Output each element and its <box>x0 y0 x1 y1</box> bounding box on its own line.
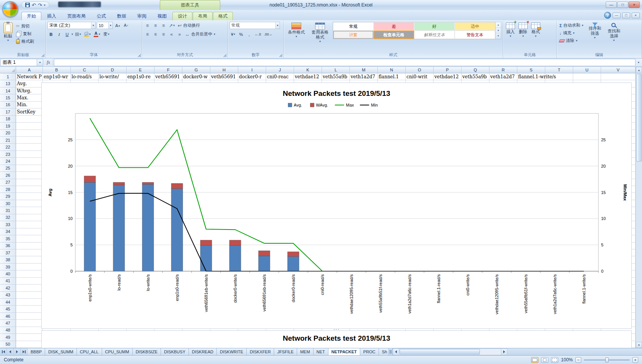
row-header-31[interactable]: 31 <box>0 207 16 214</box>
row-header-29[interactable]: 29 <box>0 193 16 200</box>
row-header-36[interactable]: 36 <box>0 243 16 249</box>
cell-style-适中[interactable]: 适中 <box>455 22 495 31</box>
zoom-slider-thumb[interactable] <box>605 358 609 362</box>
cell-D1[interactable]: lo-write/ <box>99 73 127 80</box>
cell-O1[interactable]: cni0-writ <box>406 73 434 80</box>
vertical-scrollbar[interactable]: ▲ ▼ <box>635 67 642 348</box>
workbook-close-button[interactable]: × <box>632 13 640 18</box>
page-break-view-button[interactable] <box>551 357 558 363</box>
column-header-U[interactable]: U <box>573 67 601 73</box>
ribbon-tab-公式[interactable]: 公式 <box>91 12 111 20</box>
copy-button[interactable]: 复制 <box>15 30 35 37</box>
align-center-button[interactable]: ≡ <box>152 31 159 38</box>
legend-bar-swatch[interactable] <box>288 103 292 107</box>
sheet-tab-NETPACKET[interactable]: NETPACKET <box>328 348 360 355</box>
cell-A19[interactable] <box>16 123 43 129</box>
wavg-bar[interactable] <box>200 240 212 246</box>
horizontal-scrollbar[interactable] <box>393 348 507 355</box>
column-header-F[interactable]: F <box>154 67 182 73</box>
bottom-align-button[interactable]: ≡ <box>160 22 167 29</box>
cell-A16[interactable]: Min. <box>16 102 43 108</box>
cell-E1[interactable]: enp1s0-re <box>127 73 154 80</box>
cell-F1[interactable]: veth65691 <box>154 73 182 80</box>
legend-bar-swatch[interactable] <box>310 103 314 107</box>
cell-A34[interactable] <box>16 228 43 235</box>
next-sheet-button[interactable] <box>14 348 21 355</box>
gallery-up-icon[interactable]: ▲ <box>496 22 501 28</box>
undo-icon[interactable]: ↶ <box>32 3 36 8</box>
column-header-V[interactable]: V <box>601 67 635 73</box>
ribbon-tab-插入[interactable]: 插入 <box>42 12 62 20</box>
decrease-font-button[interactable]: A▿ <box>122 22 130 29</box>
row-header-39[interactable]: 39 <box>0 264 16 270</box>
cell-P1[interactable]: vethdae12 <box>434 73 462 80</box>
fill-color-button[interactable]: ▾ <box>83 31 92 38</box>
zoom-level[interactable]: 100% <box>561 357 573 362</box>
conditional-formatting-button[interactable]: 条件格式 ▾ <box>285 22 307 39</box>
clipboard-dialog-launcher[interactable] <box>41 54 44 57</box>
currency-format-button[interactable]: ¥▾ <box>229 31 237 38</box>
tab-split-handle[interactable] <box>389 348 393 355</box>
cell-K1[interactable]: vethdae12 <box>294 73 322 80</box>
column-header-O[interactable]: O <box>406 67 434 73</box>
middle-align-button[interactable]: ≡ <box>152 22 159 29</box>
increase-font-button[interactable]: A▴ <box>114 22 121 29</box>
column-header-M[interactable]: M <box>350 67 378 73</box>
hscroll-left-button[interactable] <box>393 348 399 355</box>
row-header-50[interactable]: 50 <box>0 341 16 348</box>
cell-A38[interactable] <box>16 256 43 263</box>
cell-A50[interactable] <box>16 341 43 348</box>
cell-A39[interactable] <box>16 264 43 270</box>
ribbon-tab-页面布局[interactable]: 页面布局 <box>62 12 91 20</box>
row-header-23[interactable]: 23 <box>0 151 16 158</box>
cell-I1[interactable]: docker0-r <box>238 73 266 80</box>
row-header-43[interactable]: 43 <box>0 292 16 299</box>
cell-A15[interactable]: Max. <box>16 94 43 101</box>
row-header-16[interactable]: 16 <box>0 102 16 108</box>
column-header-B[interactable]: B <box>43 67 71 73</box>
cell-S1[interactable]: flannel.1-write/s <box>517 73 545 80</box>
align-right-button[interactable]: ≡ <box>160 31 167 38</box>
row-header-26[interactable]: 26 <box>0 172 16 179</box>
cell-A35[interactable] <box>16 235 43 242</box>
vscroll-track[interactable] <box>636 73 642 342</box>
cell-A40[interactable] <box>16 270 43 277</box>
row-header-27[interactable]: 27 <box>0 179 16 186</box>
avg-bar[interactable] <box>258 256 270 271</box>
insert-function-button[interactable]: fx <box>44 59 53 66</box>
cell-U1[interactable] <box>573 73 601 80</box>
bold-button[interactable]: B <box>47 31 55 38</box>
formula-input[interactable] <box>54 59 635 66</box>
cell-A17[interactable]: SortKey <box>16 108 43 115</box>
maximize-button[interactable]: □ <box>617 2 628 8</box>
increase-decimal-button[interactable]: ←.0 <box>254 31 262 38</box>
sheet-tab-DISK_SUMM[interactable]: DISK_SUMM <box>45 348 76 355</box>
avg-bar[interactable] <box>84 182 96 271</box>
cell-A22[interactable] <box>16 144 43 150</box>
ribbon-tab-开始[interactable]: 开始 <box>21 12 41 20</box>
column-header-Q[interactable]: Q <box>462 67 489 73</box>
column-header-J[interactable]: J <box>266 67 294 73</box>
row-header-15[interactable]: 15 <box>0 94 16 101</box>
sheet-tab-MEM[interactable]: MEM <box>297 348 314 355</box>
column-header-I[interactable]: I <box>238 67 266 73</box>
sheet-tab-CPU_SUMM[interactable]: CPU_SUMM <box>102 348 133 355</box>
left-axis-title[interactable]: Avg <box>48 189 52 196</box>
font-dialog-launcher[interactable] <box>138 54 141 57</box>
row-header-24[interactable]: 24 <box>0 158 16 165</box>
row-header-37[interactable]: 37 <box>0 249 16 256</box>
column-header-N[interactable]: N <box>378 67 406 73</box>
avg-bar[interactable] <box>229 246 241 272</box>
cell-A41[interactable] <box>16 278 43 285</box>
wavg-bar[interactable] <box>229 240 241 246</box>
column-header-L[interactable]: L <box>322 67 350 73</box>
paste-button[interactable]: 粘贴 ▾ <box>2 22 14 45</box>
row-header-40[interactable]: 40 <box>0 270 16 277</box>
row-header-33[interactable]: 33 <box>0 221 16 228</box>
wavg-bar[interactable] <box>84 176 96 183</box>
cell-A49[interactable] <box>16 334 43 341</box>
sheet-tab-Sh[interactable]: Sh <box>379 348 389 355</box>
column-header-G[interactable]: G <box>182 67 210 73</box>
wavg-bar[interactable] <box>171 183 183 189</box>
cell-A29[interactable] <box>16 193 43 200</box>
